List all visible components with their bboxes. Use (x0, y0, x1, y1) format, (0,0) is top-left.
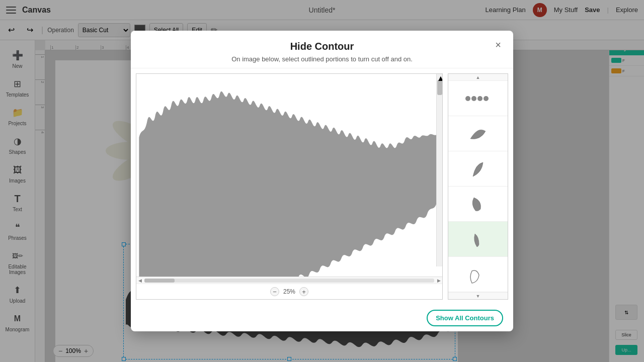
contour-list-down-arrow[interactable]: ▼ (448, 292, 508, 299)
svg-point-19 (465, 96, 470, 101)
modal-overlay: Hide Contour × On image below, select ou… (0, 0, 644, 362)
modal-header: Hide Contour × On image below, select ou… (131, 31, 513, 68)
show-all-contours-button[interactable]: Show All Contours (427, 310, 503, 326)
modal-contour-list: ▲ (448, 73, 508, 300)
modal-body: ▲ ◀ ▶ − 25% + (131, 68, 513, 305)
scroll-right-arrow[interactable]: ▶ (435, 277, 442, 284)
modal-close-button[interactable]: × (491, 38, 505, 52)
contour-list-up-arrow[interactable]: ▲ (448, 74, 508, 81)
modal-canvas-scrollbar-bottom: ◀ ▶ (136, 277, 442, 284)
contour-svg-main (136, 74, 442, 277)
scroll-left-arrow[interactable]: ◀ (136, 277, 143, 284)
modal-zoom-out[interactable]: − (270, 287, 279, 296)
modal-canvas[interactable]: ▲ ◀ ▶ − 25% + (136, 73, 443, 300)
modal-zoom-percent: 25% (283, 288, 295, 295)
contour-item-6[interactable] (448, 257, 508, 292)
hide-contour-modal: Hide Contour × On image below, select ou… (131, 31, 513, 331)
modal-zoom-control: − 25% + (136, 284, 442, 299)
scrollbar-up-arrow[interactable]: ▲ (437, 74, 442, 79)
modal-canvas-inner: ▲ (136, 74, 442, 277)
contour-item-5[interactable] (448, 222, 508, 257)
contour-item-1[interactable] (448, 81, 508, 116)
scroll-track[interactable] (144, 279, 434, 283)
modal-canvas-scrollbar-right[interactable]: ▲ (436, 74, 442, 266)
svg-point-21 (477, 96, 482, 101)
svg-point-22 (484, 96, 489, 101)
contour-item-2[interactable] (448, 116, 508, 151)
scroll-thumb[interactable] (144, 279, 175, 283)
svg-point-20 (471, 96, 476, 101)
modal-zoom-in[interactable]: + (299, 287, 308, 296)
modal-subtitle: On image below, select outlined portions… (141, 55, 503, 63)
modal-title: Hide Contour (141, 41, 503, 52)
modal-footer: Show All Contours (131, 305, 513, 331)
contour-item-4[interactable] (448, 187, 508, 222)
contour-item-3[interactable] (448, 151, 508, 187)
